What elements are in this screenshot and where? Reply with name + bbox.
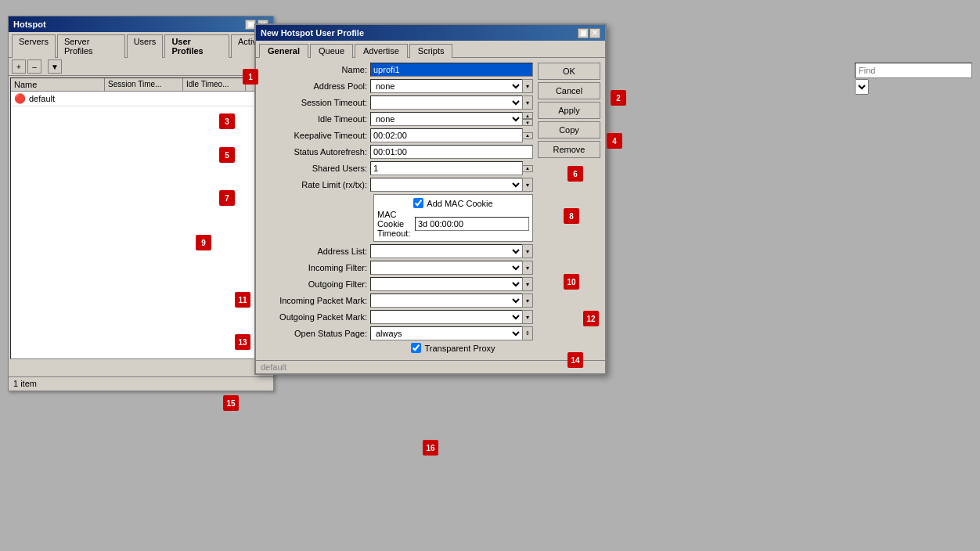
address-list-arrow[interactable]: ▾ <box>522 244 533 258</box>
status-text: 1 item <box>13 379 37 388</box>
annotation-4: 4 <box>607 133 622 149</box>
find-dropdown[interactable]: ▾ <box>855 79 869 95</box>
address-pool-select[interactable]: none <box>370 79 523 93</box>
shared-users-up[interactable]: ▲ <box>522 165 533 172</box>
incoming-filter-select[interactable] <box>370 261 523 275</box>
rate-limit-label: Rate Limit (rx/tx): <box>261 180 370 189</box>
rate-limit-row: Rate Limit (rx/tx): ▾ <box>261 178 533 192</box>
ok-button[interactable]: OK <box>538 63 600 80</box>
mac-cookie-timeout-input[interactable] <box>415 217 529 231</box>
outgoing-packet-mark-arrow[interactable]: ▾ <box>522 310 533 324</box>
rate-limit-select[interactable] <box>370 178 523 192</box>
open-status-page-arrow[interactable]: ⇕ <box>522 326 533 340</box>
incoming-packet-mark-select[interactable] <box>370 294 523 308</box>
idle-timeout-spin[interactable]: ▲ ▼ <box>522 112 533 126</box>
find-input[interactable] <box>855 63 972 78</box>
add-mac-cookie-label: Add MAC Cookie <box>427 199 492 208</box>
incoming-filter-label: Incoming Filter: <box>261 263 370 272</box>
app-toolbar: + – ▼ <box>9 58 273 76</box>
remove-button[interactable]: – <box>27 59 41 74</box>
transparent-proxy-label: Transparent Proxy <box>424 344 495 353</box>
incoming-packet-mark-label: Incoming Packet Mark: <box>261 296 370 305</box>
address-pool-label: Address Pool: <box>261 81 370 91</box>
session-timeout-select[interactable] <box>370 95 523 110</box>
filter-button[interactable]: ▼ <box>48 59 62 74</box>
keepalive-up[interactable]: ▲ <box>522 132 533 139</box>
tab-server-profiles[interactable]: Server Profiles <box>57 34 125 58</box>
idle-timeout-wrapper: none ▲ ▼ <box>370 112 533 126</box>
outgoing-filter-wrapper: ▾ <box>370 277 533 291</box>
tab-users[interactable]: Users <box>127 34 164 58</box>
keepalive-timeout-wrapper: ▲ <box>370 128 533 142</box>
shared-users-wrapper: ▲ <box>370 161 533 175</box>
shared-users-spin[interactable]: ▲ <box>522 165 533 172</box>
shared-users-input[interactable] <box>370 161 523 175</box>
modal-dialog: New Hotspot User Profile ▣ ✕ General Que… <box>254 23 607 375</box>
add-button[interactable]: + <box>12 59 26 74</box>
outgoing-filter-select[interactable] <box>370 277 523 291</box>
annotation-1: 1 <box>243 69 258 85</box>
app-title: Hotspot <box>13 20 46 29</box>
idle-timeout-down[interactable]: ▼ <box>522 119 533 126</box>
keepalive-timeout-label: Keepalive Timeout: <box>261 131 370 140</box>
incoming-filter-row: Incoming Filter: ▾ <box>261 261 533 275</box>
modal-fields: Name: Address Pool: none ▾ Session Timeo… <box>261 63 533 355</box>
address-list-label: Address List: <box>261 247 370 256</box>
transparent-proxy-checkbox[interactable] <box>411 343 421 353</box>
app-nav-tabs: Servers Server Profiles Users User Profi… <box>9 32 273 58</box>
session-timeout-arrow[interactable]: ▾ <box>522 95 533 110</box>
annotation-6: 6 <box>567 166 583 182</box>
outgoing-filter-arrow[interactable]: ▾ <box>522 277 533 291</box>
modal-title: New Hotspot User Profile <box>261 28 364 38</box>
address-pool-dropdown-arrow[interactable]: ▾ <box>522 79 533 93</box>
name-row: Name: <box>261 63 533 77</box>
status-autorefresh-label: Status Autorefresh: <box>261 147 370 157</box>
rate-limit-arrow[interactable]: ▾ <box>522 178 533 192</box>
modal-tab-scripts[interactable]: Scripts <box>409 44 453 58</box>
tab-servers[interactable]: Servers <box>12 34 56 58</box>
transparent-proxy-row: Transparent Proxy <box>373 343 533 353</box>
cancel-button[interactable]: Cancel <box>538 82 600 99</box>
add-mac-cookie-checkbox[interactable] <box>413 198 423 208</box>
modal-restore-btn[interactable]: ▣ <box>578 28 589 38</box>
col-session: Session Time... <box>105 78 183 91</box>
outgoing-packet-mark-select[interactable] <box>370 310 523 324</box>
modal-close-btn[interactable]: ✕ <box>589 28 600 38</box>
col-idle: Idle Timeo... <box>183 78 246 91</box>
incoming-filter-arrow[interactable]: ▾ <box>522 261 533 275</box>
modal-titlebar-buttons[interactable]: ▣ ✕ <box>578 28 600 38</box>
idle-timeout-select[interactable]: none <box>370 112 523 126</box>
apply-button[interactable]: Apply <box>538 102 600 119</box>
status-autorefresh-input[interactable] <box>370 145 533 159</box>
tab-user-profiles[interactable]: User Profiles <box>164 34 229 58</box>
copy-button[interactable]: Copy <box>538 121 600 139</box>
row-name: default <box>29 94 55 103</box>
name-input[interactable] <box>370 63 533 77</box>
address-list-select[interactable] <box>370 244 523 258</box>
remove-button[interactable]: Remove <box>538 141 600 158</box>
incoming-packet-mark-arrow[interactable]: ▾ <box>522 294 533 308</box>
annotation-8: 8 <box>564 208 579 224</box>
idle-timeout-up[interactable]: ▲ <box>522 112 533 119</box>
row-icon: 🔴 <box>14 93 26 104</box>
app-titlebar: Hotspot ▣ ✕ <box>9 16 273 32</box>
idle-timeout-label: Idle Timeout: <box>261 114 370 124</box>
incoming-packet-mark-wrapper: ▾ <box>370 294 533 308</box>
modal-titlebar: New Hotspot User Profile ▣ ✕ <box>256 25 605 41</box>
table-row[interactable]: 🔴 default <box>11 92 271 106</box>
address-list-wrapper: ▾ <box>370 244 533 258</box>
annotation-2: 2 <box>611 90 626 106</box>
outgoing-filter-label: Outgoing Filter: <box>261 279 370 289</box>
keepalive-spin[interactable]: ▲ <box>522 132 533 139</box>
modal-content: Name: Address Pool: none ▾ Session Timeo… <box>256 58 605 360</box>
modal-tab-advertise[interactable]: Advertise <box>355 44 408 58</box>
address-pool-wrapper: none ▾ <box>370 79 533 93</box>
mac-cookie-area: Add MAC Cookie MAC Cookie Timeout: <box>373 194 533 242</box>
modal-tab-general[interactable]: General <box>259 44 308 58</box>
open-status-page-select[interactable]: always <box>370 326 523 340</box>
modal-tab-queue[interactable]: Queue <box>310 44 353 58</box>
keepalive-timeout-input[interactable] <box>370 128 523 142</box>
annotation-15: 15 <box>223 395 239 411</box>
status-bar: 1 item <box>9 376 273 391</box>
keepalive-timeout-row: Keepalive Timeout: ▲ <box>261 128 533 142</box>
